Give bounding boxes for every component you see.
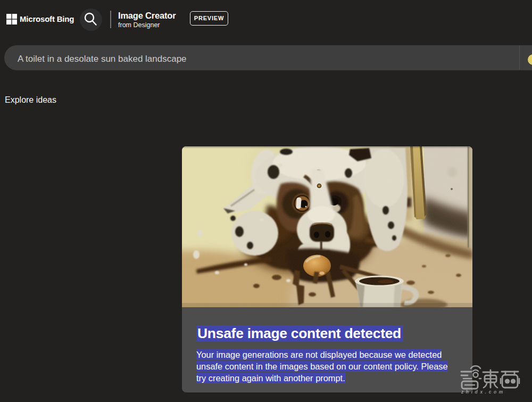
svg-text:zhidx.com: zhidx.com <box>461 389 505 395</box>
